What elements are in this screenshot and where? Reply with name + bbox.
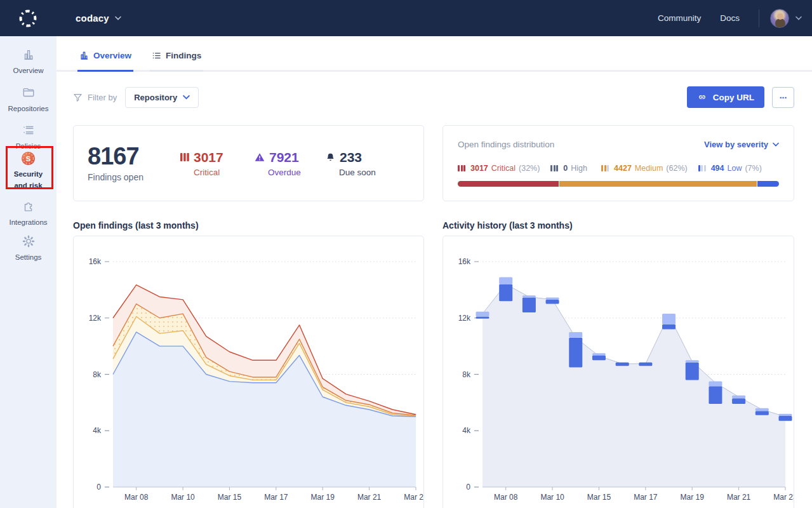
chevron-down-icon (183, 95, 190, 100)
due-soon-count: 233 (340, 150, 362, 165)
legend-low: 494 Low (7%) (698, 164, 762, 173)
svg-text:Mar 23: Mar 23 (404, 493, 423, 502)
svg-text:Mar 21: Mar 21 (727, 493, 751, 502)
svg-text:0: 0 (97, 483, 101, 491)
filter-row: Filter by Repository Co (73, 86, 794, 108)
open-findings-chart: 04k8k12k16kMar 08Mar 10Mar 15Mar 17Mar 1… (73, 236, 424, 508)
legend-medium: 4427 Medium (62%) (601, 164, 688, 173)
more-options-button[interactable]: ... (772, 87, 794, 108)
distribution-title: Open findings distribution (458, 140, 554, 149)
critical-stat: 3017 Critical (180, 150, 255, 177)
folder-icon (22, 85, 36, 100)
svg-text:Mar 17: Mar 17 (264, 493, 288, 502)
org-name: codacy (76, 13, 109, 23)
tab-overview[interactable]: Overview (77, 51, 133, 72)
open-findings-chart-block: Open findings (last 3 months) 04k8k12k16… (73, 220, 424, 508)
warning-triangle-icon (255, 152, 265, 162)
svg-text:Mar 19: Mar 19 (311, 493, 335, 502)
avatar[interactable] (770, 9, 789, 28)
distribution-segment-low (757, 181, 779, 187)
tab-findings[interactable]: Findings (150, 51, 203, 72)
gear-icon (22, 234, 36, 249)
svg-text:12k: 12k (458, 314, 471, 323)
topbar-right: Community Docs (658, 9, 812, 28)
svg-text:Mar 19: Mar 19 (681, 493, 705, 502)
tab-label: Findings (166, 51, 201, 60)
activity-history-chart: 04k8k12k16kMar 08Mar 10Mar 15Mar 17Mar 1… (443, 236, 794, 508)
svg-text:Mar 08: Mar 08 (494, 493, 518, 502)
sidebar: Overview Repositories Policies (0, 36, 57, 508)
user-menu-chevron-icon[interactable] (795, 16, 802, 20)
view-by-severity-dropdown[interactable]: View by severity (704, 140, 779, 149)
svg-text:Mar 15: Mar 15 (218, 493, 242, 502)
content: Filter by Repository Co (57, 86, 812, 508)
funnel-icon (73, 93, 83, 102)
svg-text:4k: 4k (93, 426, 102, 435)
svg-text:Mar 10: Mar 10 (540, 493, 564, 502)
critical-label: Critical (180, 168, 220, 177)
severity-distribution-bar (458, 181, 779, 187)
svg-text:8k: 8k (93, 370, 102, 379)
topbar-divider (759, 10, 759, 27)
severity-bars-icon (458, 165, 465, 171)
sidebar-item-settings[interactable]: Settings (0, 234, 57, 264)
severity-legend: 3017 Critical (32%) 0 High 4427 Medium (458, 164, 779, 173)
severity-bars-icon (550, 165, 558, 171)
bell-icon (326, 152, 335, 163)
activity-history-chart-block: Activity history (last 3 months) 04k8k12… (443, 220, 794, 508)
distribution-segment-critical (458, 181, 559, 187)
cards-row: 8167 Findings open 3017 (73, 125, 794, 201)
sidebar-item-label: Settings (15, 252, 42, 264)
docs-link[interactable]: Docs (720, 13, 740, 23)
sidebar-item-label: Overview (13, 65, 44, 77)
severity-bars-icon (698, 165, 706, 171)
chevron-down-icon (115, 16, 121, 20)
chevron-down-icon (773, 142, 779, 147)
sidebar-item-overview[interactable]: Overview (0, 47, 57, 77)
svg-text:Mar 15: Mar 15 (587, 493, 611, 502)
findings-open-stat: 8167 Findings open (88, 144, 180, 182)
signal-bars-icon (180, 152, 189, 162)
link-icon (697, 92, 707, 102)
row-actions: Copy URL ... (687, 86, 794, 108)
open-findings-chart-title: Open findings (last 3 months) (73, 220, 424, 231)
svg-text:4k: 4k (462, 426, 471, 435)
due-soon-label: Due soon (326, 168, 376, 177)
puzzle-icon (22, 199, 36, 214)
sidebar-item-label: Repositories (8, 104, 49, 115)
sidebar-item-label-line1: Security (14, 169, 43, 180)
overdue-stat: 7921 Overdue (255, 150, 326, 177)
repository-filter-dropdown[interactable]: Repository (125, 87, 199, 108)
svg-text:Mar 10: Mar 10 (171, 493, 195, 502)
org-switcher[interactable]: codacy (76, 13, 121, 23)
sidebar-item-repositories[interactable]: Repositories (0, 85, 57, 115)
sidebar-item-integrations[interactable]: Integrations (0, 199, 57, 229)
list-icon (152, 51, 161, 60)
activity-history-chart-title: Activity history (last 3 months) (443, 220, 794, 231)
sidebar-item-label-line2: and risk (14, 180, 42, 192)
bar-chart-icon (22, 47, 36, 62)
codacy-logo-icon[interactable] (17, 8, 39, 29)
copy-url-button[interactable]: Copy URL (687, 86, 764, 108)
bar-chart-icon (79, 51, 89, 60)
community-link[interactable]: Community (658, 13, 701, 23)
svg-text:16k: 16k (89, 257, 102, 266)
rules-list-icon (22, 123, 36, 138)
main-area: Overview Findings Filter by (57, 36, 812, 508)
charts-row: Open findings (last 3 months) 04k8k12k16… (73, 220, 794, 508)
svg-text:12k: 12k (89, 314, 102, 323)
svg-text:Mar 08: Mar 08 (124, 493, 149, 502)
overdue-count: 7921 (269, 150, 299, 165)
sidebar-item-policies[interactable]: Policies (0, 123, 57, 152)
due-soon-stat: 233 Due soon (326, 150, 376, 177)
sidebar-item-security-and-risk[interactable]: S Security and risk (0, 150, 57, 192)
findings-open-count: 8167 (88, 144, 180, 168)
filter-by: Filter by (73, 93, 117, 102)
critical-count: 3017 (194, 150, 223, 165)
sidebar-item-label: Integrations (9, 217, 47, 229)
security-badge-icon: S (21, 150, 36, 166)
svg-text:Mar 23: Mar 23 (773, 493, 794, 502)
tab-label: Overview (93, 51, 131, 60)
svg-text:0: 0 (466, 483, 470, 491)
svg-text:8k: 8k (462, 370, 471, 379)
